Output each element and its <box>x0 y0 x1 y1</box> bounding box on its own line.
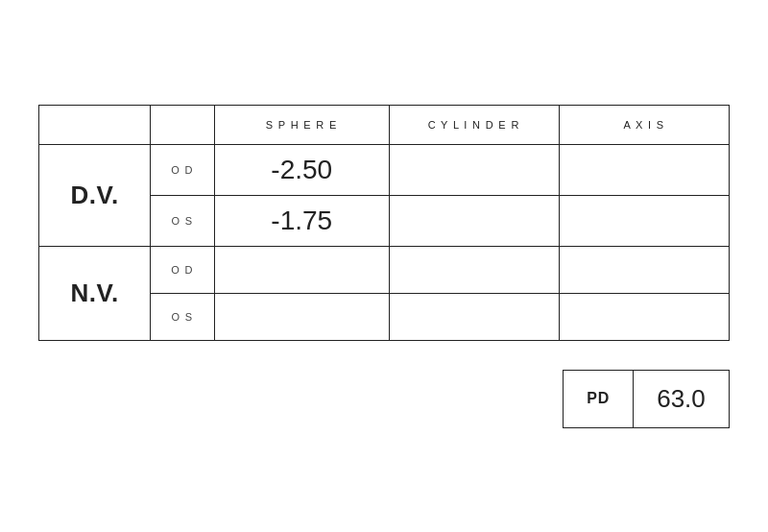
dv-os-axis <box>559 195 729 246</box>
pd-label: PD <box>564 370 634 427</box>
dv-section-label: D.V. <box>39 144 151 246</box>
nv-od-row: N.V. O D <box>39 246 730 293</box>
dv-od-sphere: -2.50 <box>214 144 389 195</box>
dv-os-label: O S <box>151 195 215 246</box>
dv-od-axis <box>559 144 729 195</box>
pd-table: PD 63.0 <box>563 370 730 428</box>
table-header-row: S P H E R E C Y L I N D E R A X I S <box>39 105 730 144</box>
nv-os-axis <box>559 293 729 340</box>
dv-od-cylinder <box>389 144 559 195</box>
nv-od-label: O D <box>151 246 215 293</box>
prescription-table-wrapper: S P H E R E C Y L I N D E R A X I S D.V.… <box>38 105 730 428</box>
header-axis: A X I S <box>559 105 729 144</box>
dv-os-cylinder <box>389 195 559 246</box>
nv-section-label: N.V. <box>39 246 151 340</box>
dv-os-sphere: -1.75 <box>214 195 389 246</box>
header-empty-section <box>39 105 151 144</box>
nv-os-label: O S <box>151 293 215 340</box>
dv-od-row: D.V. O D -2.50 <box>39 144 730 195</box>
dv-od-label: O D <box>151 144 215 195</box>
header-cylinder: C Y L I N D E R <box>389 105 559 144</box>
pd-value: 63.0 <box>634 370 730 427</box>
nv-os-sphere <box>214 293 389 340</box>
nv-os-cylinder <box>389 293 559 340</box>
prescription-table: S P H E R E C Y L I N D E R A X I S D.V.… <box>38 105 730 341</box>
pd-row: PD 63.0 <box>564 370 730 427</box>
nv-od-cylinder <box>389 246 559 293</box>
header-sphere: S P H E R E <box>214 105 389 144</box>
nv-od-sphere <box>214 246 389 293</box>
header-empty-label <box>151 105 215 144</box>
nv-od-axis <box>559 246 729 293</box>
pd-wrapper: PD 63.0 <box>38 370 730 428</box>
